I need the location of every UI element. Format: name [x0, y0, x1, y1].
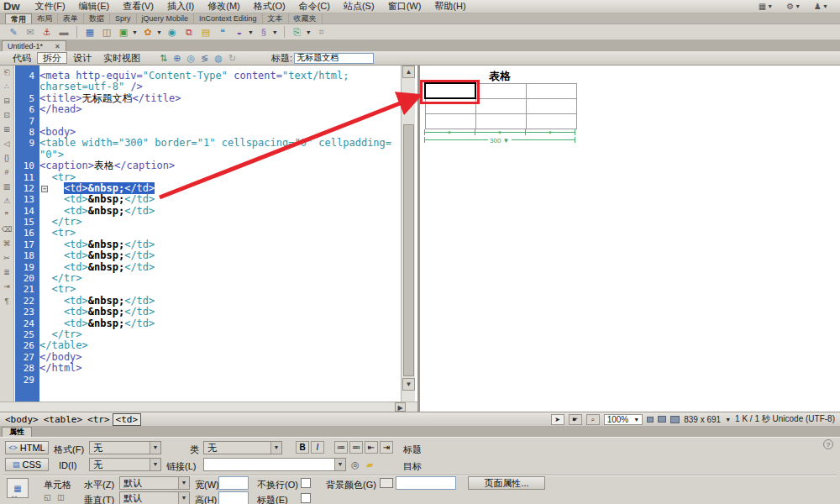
scroll-up-icon[interactable]: ▲: [402, 66, 415, 78]
visual-aids-icon[interactable]: ◍: [214, 53, 223, 64]
tag-selector-item[interactable]: <tr>: [85, 414, 113, 425]
insert-tab-数据[interactable]: 数据: [84, 13, 110, 24]
insert-tab-表单[interactable]: 表单: [58, 13, 84, 24]
file-management-icon[interactable]: ⇅: [160, 53, 167, 64]
insert-tab-布局[interactable]: 布局: [32, 13, 58, 24]
hyperlink-icon[interactable]: ✎: [7, 26, 20, 39]
menu-item[interactable]: 编辑(E): [72, 1, 117, 11]
outdent-icon[interactable]: ⇤: [365, 441, 378, 454]
table-width-bar[interactable]: ▼ ▼ ▼ 300 ▼: [424, 129, 575, 144]
remove-comment-icon[interactable]: ⌫: [2, 225, 13, 234]
design-table-cell[interactable]: [475, 113, 526, 129]
head-tags-icon[interactable]: ◒: [233, 26, 246, 39]
document-tab[interactable]: Untitled-1* ✕: [2, 40, 66, 51]
properties-tab[interactable]: 属性: [2, 427, 32, 437]
dropdown-caret-icon[interactable]: ▼: [306, 29, 312, 35]
code-line[interactable]: charset=utf-8" />: [15, 81, 398, 92]
code-line[interactable]: 26</table>: [15, 340, 398, 351]
refresh-icon[interactable]: ↻: [228, 53, 236, 64]
code-line[interactable]: 19 <td>&nbsp;</td>: [15, 262, 398, 273]
code-line[interactable]: 29: [15, 375, 398, 386]
workspace-switcher-icon[interactable]: ▦▼: [759, 2, 773, 11]
live-code-icon[interactable]: ◎: [186, 53, 195, 64]
cs-live-user-icon[interactable]: ♟▼: [814, 2, 828, 11]
syntax-error-alerts-icon[interactable]: ⚠: [3, 197, 10, 205]
design-table-cell[interactable]: [526, 83, 576, 98]
server-include-icon[interactable]: ▤: [199, 26, 213, 39]
insert-tab-Spry[interactable]: Spry: [110, 13, 137, 24]
code-line[interactable]: 12− <td>&nbsp;</td>: [15, 183, 398, 194]
inspect-icon[interactable]: ≶: [201, 53, 208, 64]
link-input[interactable]: ▼: [203, 458, 346, 471]
merge-cells-icon[interactable]: ◱: [44, 493, 51, 501]
code-line[interactable]: 4<meta http-equiv="Content-Type" content…: [15, 71, 398, 81]
dropdown-caret-icon[interactable]: ▼: [156, 29, 162, 35]
code-line[interactable]: 20 </tr>: [15, 273, 398, 284]
mobile-size-icon[interactable]: [647, 417, 654, 423]
ordered-list-icon[interactable]: ≕: [349, 441, 363, 454]
format-select[interactable]: 无▼: [89, 441, 161, 454]
highlight-invalid-code-icon[interactable]: ▥: [3, 182, 11, 191]
script-icon[interactable]: §: [257, 26, 270, 39]
extensions-gear-icon[interactable]: ⚙▼: [786, 2, 801, 11]
code-line[interactable]: 18 <td>&nbsp;</td>: [15, 250, 398, 261]
dropdown-caret-icon[interactable]: ▼: [248, 29, 254, 35]
code-line[interactable]: 17 <td>&nbsp;</td>: [15, 239, 398, 250]
bold-button[interactable]: B: [296, 441, 309, 454]
insert-tab-文本[interactable]: 文本: [263, 13, 289, 24]
scroll-down-icon[interactable]: ▼: [402, 378, 415, 391]
code-line[interactable]: 14 <td>&nbsp;</td>: [15, 206, 398, 217]
code-vertical-scrollbar[interactable]: ▲ ▼: [401, 66, 415, 402]
insert-tab-InContext Editing[interactable]: InContext Editing: [194, 13, 263, 24]
id-select[interactable]: 无▼: [89, 458, 161, 471]
css-mode-button[interactable]: ▤ CSS: [5, 458, 49, 471]
preview-browser-icon[interactable]: ⊕: [173, 53, 181, 64]
date-icon[interactable]: ⧉: [182, 26, 196, 39]
scrollbar-thumb[interactable]: [403, 124, 414, 376]
tag-selector-item[interactable]: <body>: [3, 414, 41, 425]
menu-item[interactable]: 站点(S): [337, 1, 381, 11]
point-to-file-icon[interactable]: ◎: [351, 459, 360, 470]
comment-icon[interactable]: ❝: [216, 26, 229, 39]
tag-selector-item[interactable]: <table>: [41, 414, 85, 425]
media-icon[interactable]: ✿: [141, 26, 155, 39]
tablet-size-icon[interactable]: [658, 416, 666, 423]
insert-tab-常用[interactable]: 常用: [5, 13, 32, 24]
view-button-设计[interactable]: 设计: [67, 52, 97, 64]
column-menu-icon[interactable]: ▼: [447, 130, 452, 135]
zoom-level-select[interactable]: 100%▼: [604, 414, 643, 425]
code-editor[interactable]: 4<meta http-equiv="Content-Type" content…: [15, 71, 398, 386]
open-documents-icon[interactable]: ⎗: [3, 68, 9, 76]
line-numbers-icon[interactable]: #: [4, 168, 8, 176]
code-line[interactable]: 11 <tr>: [15, 172, 398, 183]
insert-tab-jQuery Mobile[interactable]: jQuery Mobile: [137, 13, 195, 24]
vertical-align-select[interactable]: 默认▼: [119, 491, 190, 504]
code-line[interactable]: 27</body>: [15, 352, 398, 363]
nowrap-checkbox[interactable]: [301, 478, 311, 488]
code-line[interactable]: 16 <tr>: [15, 228, 398, 239]
html-mode-button[interactable]: <> HTML: [5, 441, 49, 454]
column-menu-icon[interactable]: ▼: [497, 130, 502, 135]
code-line[interactable]: 25 </tr>: [15, 329, 398, 340]
insert-tab-收藏夹[interactable]: 收藏夹: [289, 13, 323, 24]
code-line[interactable]: 10<caption>表格</caption>: [15, 160, 398, 171]
view-button-拆分[interactable]: 拆分: [37, 52, 67, 64]
code-view-pane[interactable]: ⎗∴⊟⊡⊞◁{}#▥⚠❞⌫⌘✂≣⇥¶ 4<meta http-equiv="Co…: [0, 66, 420, 412]
design-table-cell[interactable]: [475, 83, 526, 98]
code-horizontal-scrollbar[interactable]: ▶: [0, 402, 417, 412]
view-button-实时视图[interactable]: 实时视图: [97, 52, 146, 64]
cell-width-input[interactable]: [218, 476, 249, 490]
move-css-icon[interactable]: ≣: [3, 268, 10, 276]
format-source-icon[interactable]: ¶: [5, 297, 9, 305]
zoom-tool-icon[interactable]: ⌕: [586, 414, 600, 425]
menu-item[interactable]: 文件(F): [29, 1, 72, 11]
hand-tool-icon[interactable]: ☛: [569, 414, 582, 425]
select-parent-tag-icon[interactable]: ◁: [4, 139, 10, 148]
header-checkbox[interactable]: [301, 493, 311, 503]
dropdown-caret-icon[interactable]: ▼: [272, 29, 278, 35]
view-button-代码[interactable]: 代码: [7, 52, 37, 64]
expand-all-icon[interactable]: ⊞: [3, 125, 10, 134]
close-tab-icon[interactable]: ✕: [55, 43, 60, 50]
balance-braces-icon[interactable]: {}: [4, 154, 9, 162]
code-line[interactable]: 13 <td>&nbsp;</td>: [15, 194, 398, 205]
